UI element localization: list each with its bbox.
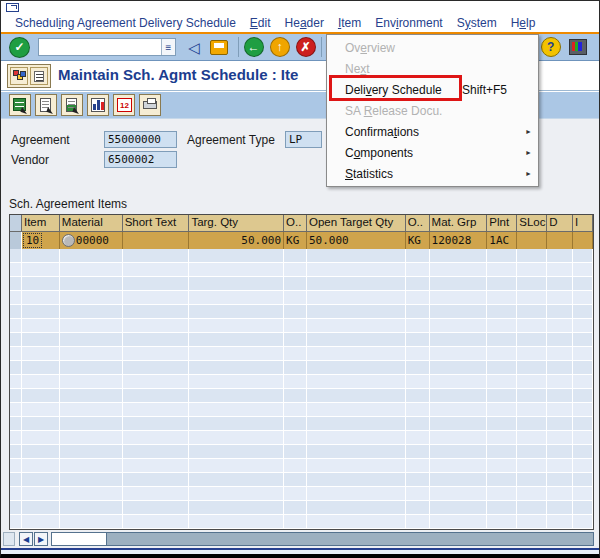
table-row-empty[interactable] [10,375,593,389]
table-row-empty[interactable] [10,389,593,403]
navigation-squares-button[interactable] [10,67,28,85]
command-dropdown-icon[interactable]: ≡ [161,39,175,55]
header-cell-sloc[interactable]: SLoc [517,215,547,232]
table-cell-mat-grp[interactable]: 120028 [430,232,488,249]
menubar-item-environment[interactable]: Environment [375,16,442,30]
print-button[interactable] [139,94,161,116]
table-row-empty[interactable] [10,305,593,319]
table-cell-empty [573,263,593,277]
row-selector-cell[interactable] [10,232,22,249]
agreement-type-field[interactable]: LP [285,131,322,148]
exit-button[interactable]: ↑ [270,37,290,57]
agreement-field[interactable]: 55000000 [104,131,177,148]
header-cell-o[interactable]: O.. [284,215,307,232]
command-input[interactable] [39,40,161,54]
table-row-empty[interactable] [10,263,593,277]
help-button[interactable]: ? [541,37,561,57]
table-cell-empty [60,431,123,445]
table-row-empty[interactable] [10,445,593,459]
command-field[interactable]: ≡ [38,38,176,56]
table-cell-empty [517,333,547,347]
table-row-empty[interactable] [10,277,593,291]
table-row-empty[interactable] [10,459,593,473]
table-cell-empty [189,333,284,347]
table-cell-empty [22,333,60,347]
table-cell-empty [487,403,517,417]
table-empty-rows [10,249,593,529]
table-row-empty[interactable] [10,487,593,501]
dates-button[interactable]: 12 [113,94,135,116]
vendor-field[interactable]: 6500002 [104,151,177,168]
enter-check-button[interactable]: ✓ [9,37,30,58]
table-cell-o[interactable]: KG [284,232,307,249]
table-row-empty[interactable] [10,347,593,361]
save-button[interactable] [210,40,228,55]
table-row-empty[interactable] [10,501,593,515]
table-cell-d[interactable] [547,232,573,249]
table-row-empty[interactable] [10,361,593,375]
row-selector-cell [10,459,22,473]
header-cell-mat-grp[interactable]: Mat. Grp [430,215,488,232]
table-row-empty[interactable] [10,319,593,333]
table-cell-i[interactable] [573,232,593,249]
graphics-button[interactable] [87,94,109,116]
back-arrow-icon: ← [248,40,260,54]
table-cell-short-text[interactable] [123,232,190,249]
table-cell-empty [123,305,190,319]
table-cell-item[interactable]: 10 [22,232,60,249]
scroll-left-button[interactable]: ◀ [19,532,33,546]
header-cell-o[interactable]: O.. [406,215,430,232]
back-triangle-button[interactable]: ◁ [188,40,200,55]
item-details-button[interactable] [35,94,57,116]
table-row-empty[interactable] [10,515,593,529]
header-cell-plnt[interactable]: Plnt [487,215,517,232]
menu-item-statistics[interactable]: Statistics► [327,163,538,184]
menu-item-confirmations[interactable]: Confirmations► [327,121,538,142]
header-cell-d[interactable]: D [547,215,573,232]
header-cell-i[interactable]: I [573,215,593,232]
header-cell-targ-qty[interactable]: Targ. Qty [189,215,284,232]
table-cell-empty [547,431,573,445]
header-cell-short-text[interactable]: Short Text [123,215,190,232]
scroll-right-button[interactable]: ▶ [34,532,48,546]
menubar-item-edit[interactable]: Edit [250,16,271,30]
horizontal-scrollbar-track[interactable] [51,532,594,546]
table-cell-empty [284,375,307,389]
table-row-empty[interactable] [10,333,593,347]
table-row-empty[interactable] [10,403,593,417]
table-cell-sloc[interactable] [517,232,547,249]
table-cell-targ-qty[interactable]: 50.000 [189,232,284,249]
list-menu-button[interactable] [30,67,48,85]
table-cell-material[interactable]: 00000 [60,232,123,249]
table-cell-empty [406,375,430,389]
header-cell-open-target-qty[interactable]: Open Target Qty [307,215,406,232]
table-cell-plnt[interactable]: 1AC [487,232,517,249]
table-cell-empty [123,445,190,459]
header-cell-item[interactable]: Item [22,215,60,232]
table-cell-empty [189,375,284,389]
customize-layout-button[interactable] [569,39,587,55]
table-row-empty[interactable] [10,291,593,305]
menubar-item-item[interactable]: Item [338,16,361,30]
header-selector-cell[interactable] [10,215,22,232]
table-row-empty[interactable] [10,417,593,431]
menubar-item-help[interactable]: Help [511,16,536,30]
table-row-empty[interactable] [10,431,593,445]
menu-item-components[interactable]: Components► [327,142,538,163]
menubar-item-scheduling-agreement-delivery-schedule[interactable]: Scheduling Agreement Delivery Schedule [15,16,236,30]
table-cell-empty [22,417,60,431]
item-overview-button[interactable] [9,94,31,116]
table-row-empty[interactable] [10,473,593,487]
horizontal-scrollbar-thumb[interactable] [51,532,107,546]
table-cell-open-target-qty[interactable]: 50.000 [307,232,406,249]
table-cell-empty [547,361,573,375]
menubar-item-system[interactable]: System [457,16,497,30]
table-cell-o[interactable]: KG [406,232,430,249]
table-row-empty[interactable] [10,249,593,263]
table-row-selected[interactable]: 100000050.000KG50.000KG1200281AC [10,232,593,249]
item-conditions-button[interactable] [61,94,83,116]
cancel-button[interactable]: ✗ [296,37,316,57]
header-cell-material[interactable]: Material [60,215,123,232]
menubar-item-header[interactable]: Header [285,16,324,30]
back-button[interactable]: ← [244,37,264,57]
